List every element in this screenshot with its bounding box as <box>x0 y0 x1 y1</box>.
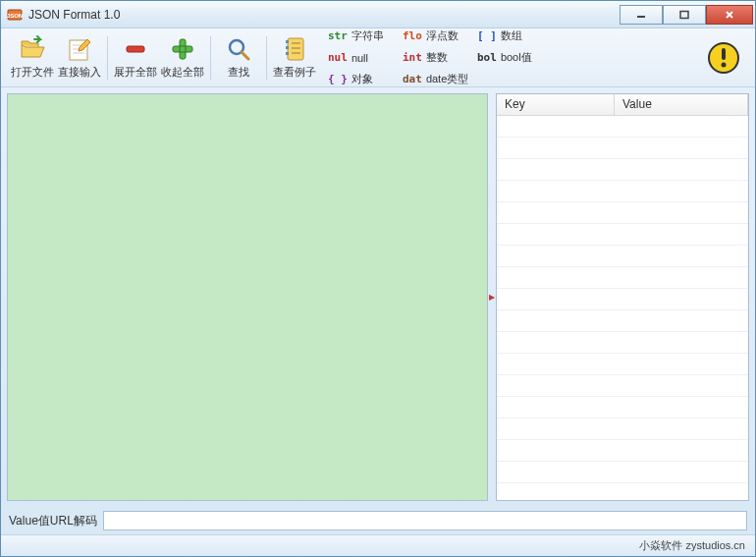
app-icon: JSON <box>7 7 23 23</box>
toolbar-separator <box>266 36 267 80</box>
find-label: 查找 <box>228 65 249 80</box>
svg-point-26 <box>722 62 727 67</box>
legend-float: flo浮点数 <box>403 26 477 47</box>
svg-line-16 <box>242 52 248 59</box>
plus-icon <box>169 35 196 63</box>
window-controls <box>620 5 753 25</box>
table-body[interactable] <box>497 116 748 500</box>
open-file-button[interactable]: 打开文件 <box>9 32 56 84</box>
key-value-pane: Key Value <box>496 93 749 501</box>
legend-bool: bolbool值 <box>477 47 552 69</box>
url-decode-label: Value值URL解码 <box>9 513 97 529</box>
app-window: JSON JSON Format 1.0 打开文件 直接输入 展开全部 <box>0 0 756 557</box>
expand-all-label: 展开全部 <box>114 65 157 80</box>
open-file-label: 打开文件 <box>11 65 54 80</box>
edit-icon <box>66 35 93 63</box>
minimize-button[interactable] <box>620 5 663 25</box>
status-text: 小焱软件 zystudios.cn <box>639 538 745 553</box>
collapse-all-label: 收起全部 <box>161 65 204 80</box>
legend-array: [ ]数组 <box>477 26 552 47</box>
view-examples-label: 查看例子 <box>273 65 316 80</box>
svg-rect-10 <box>127 46 144 52</box>
svg-rect-18 <box>286 40 289 43</box>
maximize-button[interactable] <box>663 5 706 25</box>
minus-icon <box>122 35 149 63</box>
expand-all-button[interactable]: 展开全部 <box>112 32 159 84</box>
svg-text:JSON: JSON <box>7 13 23 19</box>
svg-rect-19 <box>286 46 289 49</box>
svg-rect-17 <box>288 38 303 60</box>
svg-rect-25 <box>722 48 726 60</box>
json-tree-pane[interactable] <box>7 93 488 501</box>
svg-rect-20 <box>286 52 289 55</box>
bottom-bar: Value值URL解码 <box>1 507 755 534</box>
url-decode-input[interactable] <box>103 511 747 530</box>
table-header: Key Value <box>497 94 748 116</box>
legend-string: str字符串 <box>328 26 403 47</box>
find-button[interactable]: 查找 <box>215 32 262 84</box>
search-icon <box>225 35 252 63</box>
type-legend: str字符串 flo浮点数 [ ]数组 nulnull int整数 bolboo… <box>328 22 554 94</box>
statusbar: 小焱软件 zystudios.cn <box>1 534 755 556</box>
legend-null: nulnull <box>328 47 403 69</box>
svg-rect-3 <box>680 11 688 18</box>
content-area: ▶ Key Value <box>1 87 755 507</box>
legend-int: int整数 <box>403 47 477 69</box>
column-key[interactable]: Key <box>497 94 615 115</box>
toolbar: 打开文件 直接输入 展开全部 收起全部 查找 <box>1 28 755 87</box>
direct-input-button[interactable]: 直接输入 <box>56 32 103 84</box>
notebook-icon <box>281 35 308 63</box>
warning-button[interactable] <box>704 38 743 78</box>
window-title: JSON Format 1.0 <box>28 8 620 22</box>
splitter[interactable]: ▶ <box>488 93 496 501</box>
column-value[interactable]: Value <box>615 94 748 115</box>
splitter-handle-icon: ▶ <box>490 283 494 312</box>
warning-icon <box>707 41 740 75</box>
close-button[interactable] <box>706 5 753 25</box>
view-examples-button[interactable]: 查看例子 <box>271 32 318 84</box>
collapse-all-button[interactable]: 收起全部 <box>159 32 206 84</box>
svg-rect-12 <box>173 46 192 52</box>
toolbar-separator <box>210 36 211 80</box>
folder-open-icon <box>19 35 46 63</box>
direct-input-label: 直接输入 <box>58 65 101 80</box>
toolbar-separator <box>107 36 108 80</box>
